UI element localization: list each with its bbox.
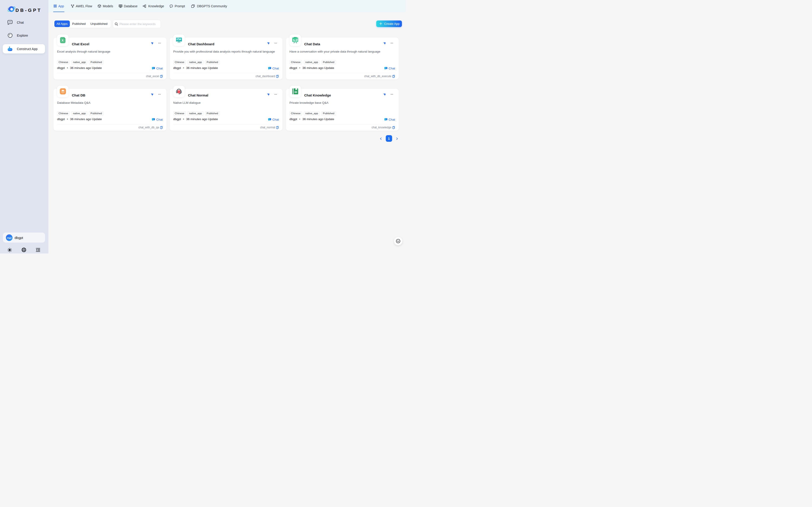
svg-text:DB-GPT: DB-GPT (15, 7, 42, 13)
svg-text:dbgpt: dbgpt (7, 237, 12, 239)
svg-text:SQL: SQL (120, 5, 122, 6)
svg-text:X: X (62, 39, 64, 42)
